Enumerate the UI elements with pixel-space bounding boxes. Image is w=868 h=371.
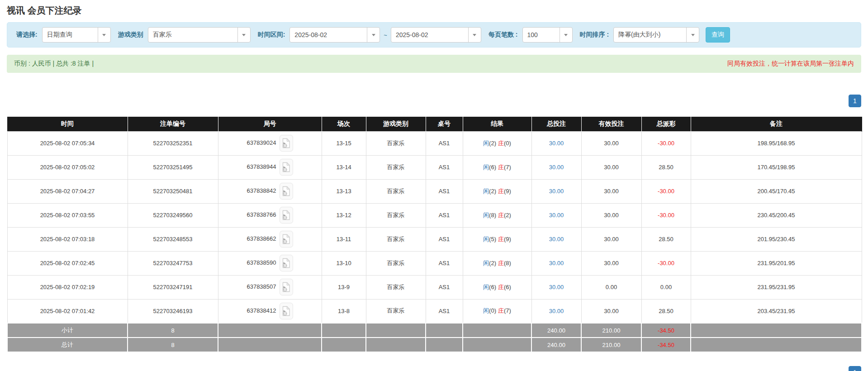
- banker-result-score: (2): [504, 212, 511, 219]
- video-file-icon: [282, 234, 290, 244]
- player-result-label: 闲: [483, 212, 489, 219]
- date-to-value: 2025-08-02: [391, 31, 433, 38]
- cell-bet-id: 522703249560: [128, 203, 218, 227]
- time-sort-dropdown[interactable]: 降幂(由大到小): [613, 27, 699, 43]
- cell-payout: -30.00: [641, 203, 691, 227]
- player-result-label: 闲: [483, 260, 489, 266]
- round-id-text: 637838842: [247, 187, 276, 194]
- cell-round-id: 637838766: [218, 203, 322, 227]
- round-id-text: 637838590: [247, 259, 276, 266]
- summary-total-row: 总计 8 240.00 210.00 -34.50: [7, 338, 862, 352]
- cell-table-no: AS1: [426, 203, 463, 227]
- page-button-1-bottom[interactable]: 1: [849, 366, 861, 371]
- cell-game-type: 百家乐: [366, 275, 426, 299]
- game-category-dropdown[interactable]: 百家乐: [148, 27, 251, 43]
- game-category-value: 百家乐: [148, 31, 176, 39]
- cell-bet-id: 522703247191: [128, 275, 218, 299]
- cell-bet-id: 522703246193: [128, 299, 218, 323]
- video-replay-button[interactable]: [280, 207, 293, 224]
- video-replay-button[interactable]: [280, 159, 293, 176]
- chevron-down-icon: [237, 28, 250, 42]
- cell-session: 13-13: [322, 179, 366, 203]
- banker-result-score: (9): [504, 188, 511, 195]
- total-bet-link[interactable]: 30.00: [549, 308, 564, 314]
- video-replay-button[interactable]: [280, 303, 293, 319]
- cell-round-id: 637838662: [218, 227, 322, 251]
- video-replay-button[interactable]: [280, 231, 293, 247]
- table-row: 2025-08-02 07:01:42 522703246193 6378384…: [7, 299, 862, 323]
- date-to-dropdown[interactable]: 2025-08-02: [391, 27, 481, 43]
- footer-count: 8: [128, 323, 218, 338]
- video-file-icon: [282, 306, 290, 316]
- video-replay-button[interactable]: [280, 279, 293, 295]
- banker-result-score: (9): [504, 236, 511, 243]
- col-header-remark: 备注: [691, 117, 862, 131]
- page-button-1[interactable]: 1: [849, 95, 861, 107]
- banker-result-score: (7): [504, 164, 511, 171]
- cell-valid-bet: 30.00: [581, 251, 641, 275]
- cell-game-type: 百家乐: [366, 203, 426, 227]
- player-result-label: 闲: [483, 284, 489, 290]
- video-replay-button[interactable]: [280, 183, 293, 200]
- summary-bar: 币别 : 人民币 | 总共 :8 注单 | 同局有效投注，统一计算在该局第一张注…: [7, 55, 861, 73]
- pagination-bottom: 1: [7, 366, 861, 371]
- cell-result: 闲(2)庄(0): [463, 131, 531, 155]
- cell-total-bet: 30.00: [531, 179, 581, 203]
- footer-valid-bet: 210.00: [581, 323, 641, 338]
- cell-table-no: AS1: [426, 275, 463, 299]
- col-header-session: 场次: [322, 117, 366, 131]
- cell-table-no: AS1: [426, 155, 463, 179]
- video-file-icon: [282, 282, 290, 292]
- player-result-score: (6): [489, 164, 496, 171]
- table-header: 时间 注单编号 局号 场次 游戏类别 桌号 结果 总投注 有效投注 总派彩 备注: [7, 117, 862, 131]
- pagination-top: 1: [7, 95, 861, 107]
- chevron-down-icon: [686, 28, 699, 42]
- cell-game-type: 百家乐: [366, 227, 426, 251]
- total-bet-link[interactable]: 30.00: [549, 284, 564, 290]
- cell-session: 13-8: [322, 299, 366, 323]
- video-file-icon: [282, 162, 290, 172]
- player-result-score: (2): [489, 188, 496, 195]
- cell-time: 2025-08-02 07:03:55: [7, 203, 128, 227]
- total-bet-link[interactable]: 30.00: [549, 260, 564, 266]
- page-size-dropdown[interactable]: 100: [522, 27, 573, 43]
- round-id-text: 637838412: [247, 307, 276, 314]
- cell-game-type: 百家乐: [366, 299, 426, 323]
- video-replay-button[interactable]: [280, 135, 293, 152]
- date-from-dropdown[interactable]: 2025-08-02: [289, 27, 380, 43]
- footer-label: 总计: [7, 338, 128, 352]
- cell-bet-id: 522703250481: [128, 179, 218, 203]
- banker-result-score: (7): [504, 307, 511, 314]
- cell-remark: 230.45/200.45: [691, 203, 862, 227]
- col-header-result: 结果: [463, 117, 531, 131]
- cell-total-bet: 30.00: [531, 251, 581, 275]
- total-bet-link[interactable]: 30.00: [549, 140, 564, 147]
- cell-bet-id: 522703251495: [128, 155, 218, 179]
- cell-remark: 201.95/230.45: [691, 227, 862, 251]
- table-row: 2025-08-02 07:02:45 522703247753 6378385…: [7, 251, 862, 275]
- cell-bet-id: 522703252351: [128, 131, 218, 155]
- total-bet-link[interactable]: 30.00: [549, 236, 564, 243]
- table-row: 2025-08-02 07:05:02 522703251495 6378389…: [7, 155, 862, 179]
- col-header-total-bet: 总投注: [531, 117, 581, 131]
- round-id-text: 637838766: [247, 211, 276, 218]
- total-bet-link[interactable]: 30.00: [549, 212, 564, 219]
- page-size-value: 100: [523, 31, 542, 38]
- search-button[interactable]: 查询: [706, 27, 730, 43]
- table-row: 2025-08-02 07:03:55 522703249560 6378387…: [7, 203, 862, 227]
- total-bet-link[interactable]: 30.00: [549, 164, 564, 171]
- video-replay-button[interactable]: [280, 255, 293, 271]
- cell-game-type: 百家乐: [366, 179, 426, 203]
- col-header-table-no: 桌号: [426, 117, 463, 131]
- col-header-game-type: 游戏类别: [366, 117, 426, 131]
- bet-records-table: 时间 注单编号 局号 场次 游戏类别 桌号 结果 总投注 有效投注 总派彩 备注…: [7, 117, 862, 352]
- cell-valid-bet: 0.00: [581, 275, 641, 299]
- banker-result-score: (6): [504, 284, 511, 290]
- cell-session: 13-14: [322, 155, 366, 179]
- query-type-dropdown[interactable]: 日期查询: [42, 27, 111, 43]
- cell-valid-bet: 30.00: [581, 179, 641, 203]
- footer-label: 小计: [7, 323, 128, 338]
- col-header-time: 时间: [7, 117, 128, 131]
- col-header-bet-id: 注单编号: [128, 117, 218, 131]
- total-bet-link[interactable]: 30.00: [549, 188, 564, 195]
